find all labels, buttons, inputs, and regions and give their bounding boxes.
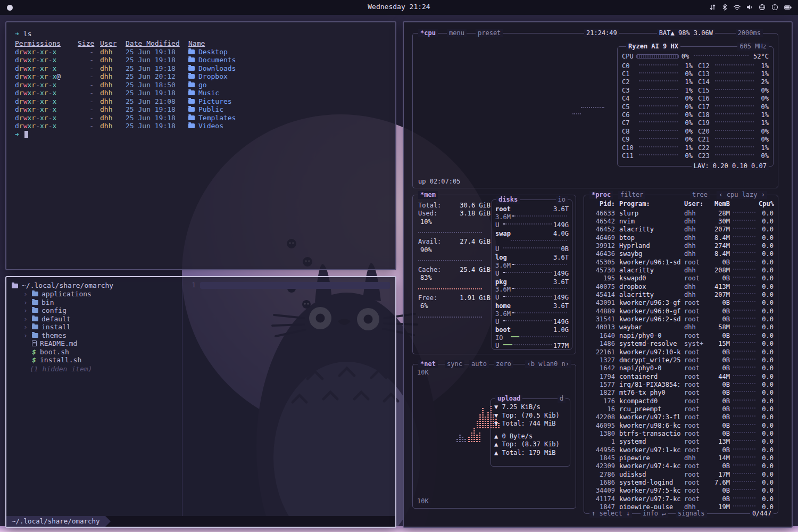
core-row: C0 1% (622, 62, 693, 70)
process-row[interactable]: 43091 kworker/u96:3-gf root 0B 0.0 (588, 299, 774, 307)
mem-title[interactable]: *mem (418, 191, 438, 199)
network-icon[interactable] (759, 4, 766, 11)
net-interface[interactable]: ‹b wlan0 n› (525, 360, 571, 368)
disk-activity-graph (512, 264, 567, 265)
net-stats-title[interactable]: upload (495, 395, 522, 403)
info-icon[interactable] (771, 4, 778, 11)
select-hint[interactable]: ↑ select ↓ (589, 510, 632, 518)
preset-button[interactable]: preset (476, 29, 503, 37)
process-row[interactable]: 1640 napi/phy0-0 root 0B 0.0 (588, 331, 774, 339)
core-meter (715, 146, 754, 147)
core-pct: 0% (680, 103, 693, 111)
process-row[interactable]: 44956 kworker/u97:1-kc root 0B 0.0 (588, 446, 774, 454)
process-row[interactable]: 1845 pipewire dhh 14M 0.0 (588, 454, 774, 462)
core-meter (639, 138, 678, 139)
process-row[interactable]: 1794 containerd root 44M 0.0 (588, 372, 774, 380)
process-row[interactable]: 41174 kworker/u97:7-kc root 0B 0.0 (588, 495, 774, 503)
file-manager-window[interactable]: ~/.local/share/omarchy › applications › … (5, 276, 396, 528)
process-row[interactable]: 16 rcu_preempt root 0B 0.0 (588, 405, 774, 413)
process-row[interactable]: 1577 irq/81-PIXA3854: root 0B 0.0 (588, 380, 774, 388)
process-row[interactable]: 1486 systemd-resolve syst+ 15M 0.0 (588, 340, 774, 348)
process-row[interactable]: 42309 kworker/u97:4-kc root 0B 0.0 (588, 462, 774, 470)
process-row[interactable]: 22161 kworker/u97:10-k root 0B 0.0 (588, 348, 774, 356)
file-name: README.md (40, 339, 77, 348)
process-row[interactable]: 45414 alacritty dhh 207M 0.0 (588, 290, 774, 298)
signals-hint[interactable]: signals (676, 510, 707, 518)
process-row[interactable]: 42208 kworker/u97:3-fl root 0B 0.0 (588, 413, 774, 421)
file-tree-item[interactable]: › install (6, 323, 182, 331)
file-tree-item[interactable]: › config (6, 306, 182, 315)
process-row[interactable]: 46633 slurp dhh 28M 0.0 (588, 209, 774, 217)
terminal-window[interactable]: ➜ ls Permissions Size User Date Modified… (5, 21, 396, 270)
process-row[interactable]: 46095 kworker/u98:6-kc root 0B 0.0 (588, 421, 774, 429)
top-status-bar: Wednesday 21:24 (0, 0, 798, 15)
file-tree-item[interactable]: › default (6, 315, 182, 323)
process-row[interactable]: 1 systemd root 13M 0.0 (588, 438, 774, 446)
update-interval[interactable]: 2000ms (736, 29, 763, 37)
process-row[interactable]: 1827 mt76-tx phy0 root 0B 0.0 (588, 389, 774, 397)
bluetooth-icon[interactable] (722, 4, 728, 11)
file-tree-item[interactable]: › themes (6, 331, 182, 340)
net-zero-toggle[interactable]: zero (494, 360, 513, 368)
process-row[interactable]: 40013 waybar dhh 58M 0.0 (588, 323, 774, 331)
net-sync-toggle[interactable]: sync (445, 360, 464, 368)
process-row[interactable]: 1327 dmcrypt_write/25 root 0B 0.0 (588, 356, 774, 364)
process-row[interactable]: 45730 alacritty dhh 208M 0.0 (588, 266, 774, 274)
btop-window[interactable]: *cpu menu preset 21:24:49 BAT▲ 98% 3.06W… (403, 21, 793, 528)
volume-icon[interactable] (746, 4, 753, 11)
net-auto-toggle[interactable]: auto (469, 360, 489, 368)
file-tree-item[interactable]: › applications (6, 290, 182, 298)
process-row[interactable]: 2786 udisksd root 17M 0.0 (588, 470, 774, 478)
net-stats-key[interactable]: d (558, 395, 566, 403)
process-row[interactable]: 1847 pipewire-pulse dhh 19M 0.0 (588, 503, 774, 509)
disks-title[interactable]: disks (496, 196, 520, 204)
cpu-title[interactable]: *cpu (418, 29, 438, 37)
menu-button[interactable]: menu (447, 29, 467, 37)
process-row[interactable]: 46436 swaybg dhh 8.4M 0.0 (588, 250, 774, 258)
file-tree-root[interactable]: ~/.local/share/omarchy (6, 281, 182, 290)
process-row[interactable]: 40075 dropbox dhh 413M 0.0 (588, 282, 774, 290)
info-hint[interactable]: info ↵ (641, 510, 668, 518)
owner: dhh (100, 48, 122, 56)
process-row[interactable]: 46452 alacritty dhh 207M 0.0 (588, 226, 774, 234)
process-row[interactable]: 1686 systemd-logind root 7.6M 0.0 (588, 478, 774, 486)
process-row[interactable]: 46469 btop dhh 8.4M 0.0 (588, 234, 774, 242)
mem-stat-label: Cache: (418, 266, 441, 274)
filter-button[interactable]: filter (618, 191, 645, 199)
terminal-cursor[interactable] (24, 131, 28, 138)
file-tree-item[interactable]: › bin (6, 298, 182, 307)
process-row[interactable]: 176 kcompactd0 root 0B 0.0 (588, 397, 774, 405)
process-row[interactable]: 1642 napi/phy0-0 root 0B 0.0 (588, 364, 774, 372)
process-row[interactable]: 34409 kworker/u97:5-kc root 0B 0.0 (588, 487, 774, 495)
disk-used: 149G (553, 318, 569, 326)
process-row[interactable]: 44889 kworker/u96:0-gf root 0B 0.0 (588, 307, 774, 315)
process-row[interactable]: 46542 nvim dhh 30M 0.0 (588, 217, 774, 225)
load-average: LAV: 0.20 0.10 0.07 (692, 162, 769, 170)
sort-selector[interactable]: ‹ cpu lazy › (717, 191, 767, 199)
file-tree-item[interactable]: install.sh (6, 356, 182, 364)
process-user: root (682, 315, 706, 323)
process-row[interactable]: 31541 kworker/u96:2-sd root 0B 0.0 (588, 315, 774, 323)
process-row[interactable]: 195 kswapd0 root 0B 0.0 (588, 275, 774, 282)
wifi-icon[interactable] (734, 4, 741, 11)
menu-icon[interactable] (7, 5, 13, 11)
process-row[interactable]: 39912 Hyprland dhh 274M 0.0 (588, 242, 774, 250)
mem-stat: Used: 3.18 GiB 10% (418, 210, 491, 233)
cpu-model: Ryzen AI 9 HX (626, 43, 680, 51)
process-cpu-graph (733, 293, 755, 294)
battery-icon[interactable] (784, 4, 792, 11)
ls-row: drwxr-xr-x - dhh 25 Jun 19:18 Templates (15, 114, 387, 122)
process-row[interactable]: 45305 kworker/u96:1-sd root 0B 0.0 (588, 258, 774, 266)
process-name: alacritty (615, 267, 682, 274)
process-name: btrfs-transactio (615, 430, 682, 437)
io-toggle[interactable]: io (556, 196, 568, 204)
process-row[interactable]: 1380 btrfs-transactio root 0B 0.0 (588, 429, 774, 437)
updown-icon[interactable] (709, 4, 716, 11)
pane-divider[interactable] (182, 277, 182, 516)
net-title[interactable]: *net (418, 360, 438, 368)
process-name: waybar (615, 323, 682, 331)
file-tree-item[interactable]: boot.sh (6, 348, 182, 356)
file-tree-item[interactable]: README.md (6, 339, 182, 348)
tree-toggle[interactable]: tree (690, 191, 710, 199)
proc-title[interactable]: *proc (589, 191, 613, 199)
